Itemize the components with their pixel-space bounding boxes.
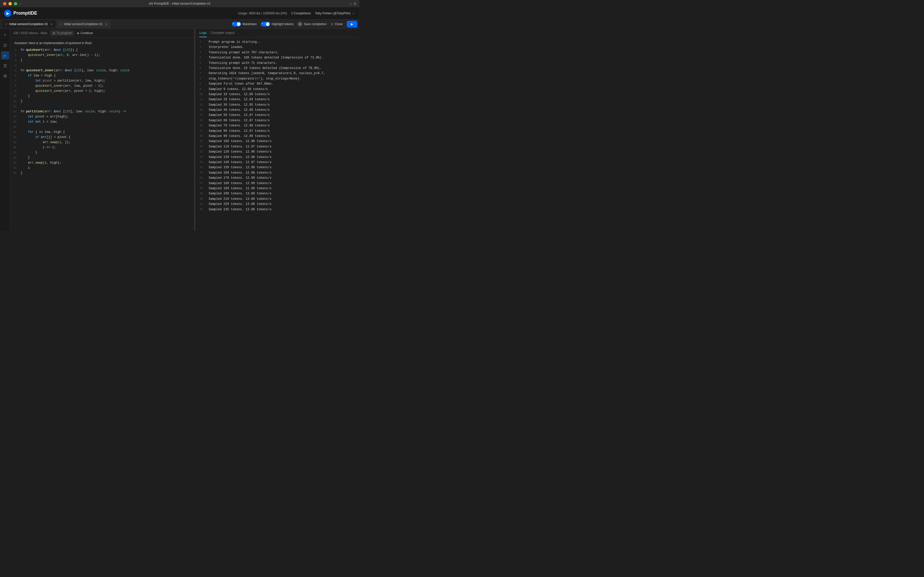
log-num-20: 20 [199, 144, 209, 149]
back-arrow[interactable]: ‹ [15, 2, 18, 6]
log-line-16: 16Sampled 79 tokens. 12.98 tokens/s [195, 123, 359, 128]
tab-close-0[interactable]: × [50, 22, 53, 26]
sidebar-icon-plus[interactable]: + [1, 31, 9, 39]
usage-text: Usage: 3993 tks / 1000000 tks (0%) [238, 11, 287, 15]
log-line-25: 25Sampled 169 tokens. 12.98 tokens/s [195, 170, 359, 176]
highlight-tokens-check: ✓ [261, 22, 263, 25]
code-line-1: 1 fn quicksort(arr: &mut [i32]) { [10, 48, 194, 53]
title-bar-right: ⌕ ⧉ [350, 2, 356, 6]
line-content-22: } [21, 155, 194, 160]
log-num-14: 14 [199, 113, 209, 118]
highlight-tokens-toggle[interactable]: ✓ [261, 22, 270, 26]
close-panel-button[interactable]: ✕ Close [331, 22, 342, 26]
log-text-1: Interpreter loaded. [209, 45, 244, 50]
markdown-label: Markdown [242, 22, 257, 26]
sidebar-icon-code[interactable]: ▶ [1, 51, 9, 60]
line-num-6: 6 [10, 73, 21, 78]
code-line-16: 16 [10, 125, 194, 130]
tab-label-0: Initial version/Completion #1 [9, 22, 48, 26]
line-num-15: 15 [10, 119, 21, 124]
log-num-19: 19 [199, 139, 209, 144]
log-text-25: Sampled 169 tokens. 12.98 tokens/s [209, 170, 271, 176]
log-text-29: Sampled 209 tokens. 13.00 tokens/s [209, 191, 271, 196]
code-editor[interactable]: Assistant: Here is an implementation of … [10, 38, 194, 231]
markdown-toggle[interactable]: ✓ [232, 22, 241, 26]
log-num-27: 27 [199, 181, 209, 186]
code-line-7: 7 let pivot = partition(arr, low, high); [10, 79, 194, 84]
log-text-5: Tokenization done. 15 tokens detected (C… [209, 66, 321, 71]
tabs-right: ✓ Markdown ✓ Highlight tokens − Save com… [232, 21, 357, 27]
line-num-17: 17 [10, 130, 21, 135]
log-num-9: 9 [199, 87, 209, 92]
close-window-button[interactable] [3, 2, 6, 5]
app-header: ▶ PromptIDE Usage: 3993 tks / 1000000 tk… [0, 7, 359, 19]
line-content-18: if arr[j] < pivot { [21, 135, 194, 140]
token-count: 435 / 8192 tokens - Main [13, 31, 47, 35]
log-text-17: Sampled 89 tokens. 12.97 tokens/s [209, 129, 270, 134]
line-num-8: 8 [10, 84, 21, 89]
forward-arrow[interactable]: › [19, 2, 22, 6]
app-name: PromptIDE [13, 11, 37, 16]
nav-arrows: ‹ › [15, 2, 22, 6]
log-num-24: 24 [199, 165, 209, 170]
save-completion-button[interactable]: − Save completion [298, 22, 327, 26]
line-content-10: } [21, 94, 194, 99]
log-text-6: Generating 1024 tokens [seed=0, temperat… [209, 71, 325, 76]
line-content-17: for j in low..high { [21, 130, 194, 135]
log-num-31: 31 [199, 201, 209, 207]
code-line-17: 17 for j in low..high { [10, 130, 194, 135]
panel-tab-compiler[interactable]: Compiler output [211, 31, 234, 37]
log-line-32: 32Sampled 235 tokens. 13.00 tokens/s [195, 207, 359, 212]
code-line-22: 22 } [10, 155, 194, 161]
to-program-button[interactable]: ⊕ To program [50, 30, 74, 36]
log-num-17: 17 [199, 129, 209, 134]
log-num-18: 18 [199, 134, 209, 139]
log-num-16: 16 [199, 123, 209, 128]
log-text-3: Tokenization done. 185 tokens detected (… [209, 55, 323, 60]
tab-1[interactable]: ✓ Initial version/Completion #1 × [57, 20, 110, 28]
log-line-1: 2Interpreter loaded. [195, 45, 359, 50]
highlight-tokens-label: Highlight tokens [271, 22, 293, 26]
log-line-18: 18Sampled 99 tokens. 12.99 tokens/s [195, 134, 359, 139]
minus-icon: − [298, 22, 302, 26]
logo-symbol: ▶ [6, 11, 9, 15]
line-content-5: fn quicksort_inner(arr: &mut [i32], low:… [21, 68, 194, 73]
action-button[interactable]: ▶ [347, 21, 357, 27]
code-line-21: 21 } [10, 150, 194, 155]
sidebar-icon-settings[interactable]: ⚙ [1, 72, 9, 80]
tab-0[interactable]: ✓ Initial version/Completion #1 × [2, 20, 56, 28]
log-text-2: Tokenizing prompt with 707 characters. [209, 50, 279, 55]
tab-close-1[interactable]: × [105, 22, 107, 26]
window-actions-icon[interactable]: ⧉ [354, 2, 356, 6]
log-text-14: Sampled 59 tokens. 12.97 tokens/s [209, 113, 270, 118]
assistant-message: Assistant: Here is an implementation of … [10, 40, 194, 48]
tab-check-1: ✓ [60, 22, 62, 26]
log-line-15: 15Sampled 69 tokens. 12.97 tokens/s [195, 118, 359, 123]
minimize-window-button[interactable] [8, 2, 12, 5]
log-panel-content[interactable]: 1Prompt program is starting..2Interprete… [195, 37, 359, 231]
log-line-24: 24Sampled 159 tokens. 12.98 tokens/s [195, 165, 359, 170]
panel-tab-logs[interactable]: Logs [199, 31, 207, 37]
code-line-12: 12 [10, 104, 194, 109]
window-controls [3, 2, 17, 5]
x-icon: ✕ [331, 22, 334, 26]
log-line-3: 4Tokenization done. 185 tokens detected … [195, 55, 359, 60]
title-bar: ‹ › xAI PromptIDE - Initial version/Comp… [0, 0, 359, 7]
log-text-26: Sampled 179 tokens. 12.99 tokens/s [209, 176, 271, 181]
line-num-23: 23 [10, 161, 21, 165]
code-line-13: 13 fn partition(arr: &mut [i32], low: us… [10, 109, 194, 114]
panel-tabs: Logs Compiler output [195, 29, 359, 37]
line-content-21: } [21, 150, 194, 155]
code-line-18: 18 if arr[j] < pivot { [10, 135, 194, 140]
log-text-21: Sampled 129 tokens. 12.96 tokens/s [209, 149, 271, 155]
line-num-13: 13 [10, 109, 21, 114]
continue-button[interactable]: ▶ Continue [77, 31, 93, 35]
sidebar-icon-file[interactable]: ☰ [1, 61, 9, 70]
markdown-toggle-group: ✓ Markdown [232, 22, 257, 26]
log-text-22: Sampled 139 tokens. 12.98 tokens/s [209, 155, 271, 160]
code-line-8: 8 quicksort_inner(arr, low, pivot - 1); [10, 84, 194, 89]
log-num-22: 22 [199, 155, 209, 160]
code-line-11: 11 } [10, 99, 194, 104]
sidebar-icon-folder[interactable]: ⊡ [1, 41, 9, 49]
search-icon[interactable]: ⌕ [350, 2, 352, 6]
